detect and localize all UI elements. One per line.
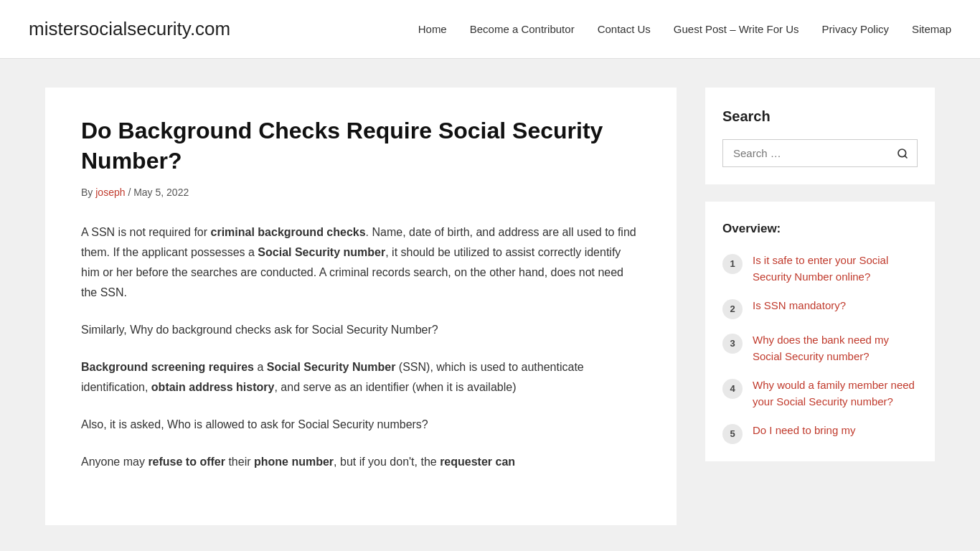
overview-number-4: 4 <box>722 379 743 399</box>
article-title: Do Background Checks Require Social Secu… <box>81 116 641 176</box>
main-content: Do Background Checks Require Social Secu… <box>45 88 677 525</box>
overview-link-5[interactable]: Do I need to bring my <box>753 423 855 439</box>
overview-number-3: 3 <box>722 334 743 354</box>
paragraph-1: A SSN is not required for criminal backg… <box>81 222 641 303</box>
overview-number-1: 1 <box>722 254 743 274</box>
article-body: A SSN is not required for criminal backg… <box>81 222 641 472</box>
overview-item-2: 2 Is SSN mandatory? <box>722 298 918 319</box>
article-meta: By joseph / May 5, 2022 <box>81 184 641 200</box>
nav-contact[interactable]: Contact Us <box>598 21 651 38</box>
paragraph-2: Similarly, Why do background checks ask … <box>81 320 641 340</box>
overview-number-2: 2 <box>722 299 743 319</box>
nav-sitemap[interactable]: Sitemap <box>912 21 951 38</box>
meta-date: May 5, 2022 <box>133 187 189 198</box>
search-icon <box>897 148 908 159</box>
paragraph-5: Anyone may refuse to offer their phone n… <box>81 452 641 472</box>
overview-item-3: 3 Why does the bank need my Social Secur… <box>722 332 918 364</box>
overview-number-5: 5 <box>722 424 743 444</box>
overview-link-4[interactable]: Why would a family member need your Soci… <box>753 377 918 410</box>
page-wrapper: Do Background Checks Require Social Secu… <box>17 59 963 551</box>
search-input[interactable] <box>723 140 888 166</box>
overview-link-2[interactable]: Is SSN mandatory? <box>753 298 846 314</box>
site-nav: Home Become a Contributor Contact Us Gue… <box>418 21 951 38</box>
overview-list: 1 Is it safe to enter your Social Securi… <box>722 253 918 444</box>
search-widget-title: Search <box>722 105 918 128</box>
search-button[interactable] <box>888 141 917 166</box>
nav-contributor[interactable]: Become a Contributor <box>470 21 575 38</box>
overview-title: Overview: <box>722 219 918 238</box>
meta-author[interactable]: joseph <box>95 187 125 198</box>
overview-item-4: 4 Why would a family member need your So… <box>722 377 918 410</box>
overview-item-1: 1 Is it safe to enter your Social Securi… <box>722 253 918 285</box>
nav-privacy[interactable]: Privacy Policy <box>822 21 889 38</box>
search-form <box>722 139 918 167</box>
overview-item-5: 5 Do I need to bring my <box>722 423 918 444</box>
search-widget: Search <box>705 88 935 184</box>
nav-home[interactable]: Home <box>418 21 447 38</box>
paragraph-4: Also, it is asked, Who is allowed to ask… <box>81 415 641 435</box>
overview-widget: Overview: 1 Is it safe to enter your Soc… <box>705 202 935 461</box>
sidebar: Search Overview: 1 Is it safe to enter y… <box>705 88 935 525</box>
svg-line-1 <box>905 156 907 158</box>
paragraph-3: Background screening requires a Social S… <box>81 357 641 397</box>
site-logo[interactable]: mistersocialsecurity.com <box>29 14 230 44</box>
meta-separator: / <box>126 187 134 198</box>
nav-guest[interactable]: Guest Post – Write For Us <box>674 21 799 38</box>
site-header: mistersocialsecurity.com Home Become a C… <box>0 0 980 59</box>
meta-prefix: By <box>81 187 95 198</box>
overview-link-1[interactable]: Is it safe to enter your Social Security… <box>753 253 918 285</box>
overview-link-3[interactable]: Why does the bank need my Social Securit… <box>753 332 918 364</box>
